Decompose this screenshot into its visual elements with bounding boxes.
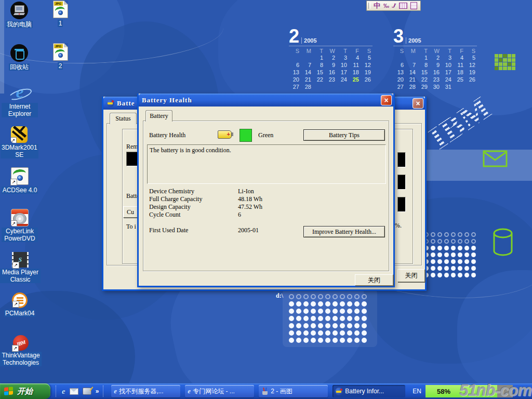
task-ie-server-not-found[interactable]: e 找不到服务器,... — [111, 385, 180, 397]
ime-symbol-icon[interactable]: ‰ — [383, 3, 389, 9]
desktop-icon-recycle-bin[interactable]: 回收站 — [3, 44, 36, 71]
51nb-watermark: 51nb-com — [460, 381, 531, 399]
dot — [311, 330, 316, 336]
desktop-icon-acdsee[interactable]: ↗ ACDSee 4.0 — [1, 167, 39, 194]
dot — [318, 309, 323, 314]
dot — [444, 273, 449, 277]
calendar-day: 2 — [429, 54, 441, 61]
desktop-icon-powerdvd[interactable]: ↗ CyberLink PowerDVD — [2, 209, 38, 243]
desktop-file-jpg-1[interactable]: JPG 1 — [48, 1, 73, 28]
chevron-icon[interactable]: » — [96, 388, 99, 395]
battery-tips-button[interactable]: Battery Tips — [303, 129, 385, 141]
calendar-day: 11 — [453, 61, 465, 69]
close-icon[interactable]: × — [413, 98, 423, 109]
start-button[interactable]: 开始 — [0, 383, 50, 399]
task-paint[interactable]: 2 - 画图 — [259, 385, 328, 397]
dot — [318, 330, 323, 336]
calendar-day: 23 — [325, 76, 337, 83]
calendar-day: 9 — [325, 61, 337, 69]
battery-window-icon — [107, 99, 114, 107]
show-desktop-icon[interactable] — [83, 388, 91, 395]
desktop-icon-thinkvantage[interactable]: IBM↗ ThinkVantage Technologies — [0, 335, 42, 367]
calendar-day: 13 — [393, 69, 405, 76]
toolbar-handle[interactable] — [103, 385, 105, 397]
envelope-icon — [482, 150, 508, 168]
improve-battery-health-button[interactable]: Improve Battery Health... — [303, 226, 385, 237]
ime-menu-icon[interactable] — [410, 2, 417, 9]
taskbar: 开始 e » e 找不到服务器,... e 专门网论坛 - ... 2 - 画图… — [0, 383, 532, 399]
dot — [296, 301, 301, 307]
desktop-icon-pcmark04[interactable]: ↗ PCMark04 — [2, 292, 38, 317]
task-battery-information[interactable]: Battery Infor... — [332, 385, 405, 397]
dot — [318, 338, 323, 343]
condition-text: The battery is in good condition. — [150, 147, 231, 154]
calendar-day: 13 — [289, 69, 301, 76]
close-icon[interactable]: × — [381, 95, 392, 105]
battery-icon: + — [218, 130, 232, 139]
calendar-day — [289, 54, 301, 61]
soft-keyboard-icon[interactable] — [399, 3, 407, 9]
desktop-icon-media-player-classic[interactable]: s↗ Media Player Classic — [0, 252, 41, 284]
ie-quicklaunch-icon[interactable]: e — [62, 387, 65, 395]
calendar-day: 9 — [429, 61, 441, 69]
drag-handle-icon[interactable] — [368, 3, 370, 9]
task-label: 专门网论坛 - ... — [193, 387, 235, 396]
dot — [340, 338, 345, 343]
calendar-day: 20 — [289, 76, 301, 83]
calendar-day: 21 — [405, 76, 417, 83]
health-status-swatch — [240, 129, 252, 142]
calendar-day: 29 — [417, 83, 429, 90]
current-button[interactable]: Cu — [123, 206, 138, 218]
grid-cell — [508, 62, 511, 66]
dot — [464, 273, 469, 277]
close-button[interactable]: 关闭 — [397, 269, 425, 282]
dialog-titlebar[interactable]: Battery Health × — [139, 94, 393, 107]
calendar-day: 16 — [429, 69, 441, 76]
dot — [332, 301, 338, 307]
mail-quicklaunch-icon[interactable] — [70, 388, 78, 395]
desktop-icon-3dmark2001[interactable]: ↗ 3DMark2001 SE — [1, 126, 38, 159]
calendar-day: 7 — [405, 61, 417, 69]
pcmark-icon: ↗ — [12, 292, 28, 308]
dot — [296, 294, 301, 299]
calendar-day: 1 — [313, 54, 325, 61]
tab-battery[interactable]: Battery — [145, 110, 172, 122]
dot — [362, 338, 367, 343]
calendar-day: 16 — [325, 69, 337, 76]
dot — [451, 273, 456, 277]
desktop-file-jpg-2[interactable]: JPG 2 — [48, 43, 73, 70]
desktop-icon-internet-explorer[interactable]: e Internet Explorer — [2, 83, 38, 118]
battery-health-dialog[interactable]: Battery Health × Battery Battery Health … — [137, 94, 395, 287]
language-bar[interactable]: 中 ‰ J — [366, 1, 421, 11]
dot — [437, 273, 442, 277]
calendar-weekday: M — [301, 46, 313, 55]
icon-label: Media Player Classic — [0, 269, 41, 283]
dot — [325, 309, 330, 314]
chinese-ime-icon[interactable]: 中 — [374, 2, 380, 10]
grid-cell — [499, 62, 502, 66]
grid-cell — [508, 54, 511, 58]
dot — [354, 330, 360, 336]
calendar-day — [465, 83, 477, 90]
internet-explorer-icon: e — [10, 83, 30, 102]
task-label: 2 - 画图 — [271, 387, 292, 396]
toolbar-handle[interactable] — [56, 385, 58, 397]
calendar-weekday: S — [289, 46, 301, 55]
dot — [362, 301, 367, 307]
calendar-day — [313, 83, 325, 90]
calendar-day — [325, 83, 337, 90]
dot — [362, 316, 367, 321]
close-button[interactable]: 关闭 — [355, 274, 393, 286]
calendar-day: 7 — [301, 61, 313, 69]
tab-status[interactable]: Status — [110, 113, 137, 124]
desktop-icon-my-computer[interactable]: 我的电脑 — [3, 2, 36, 29]
media-player-classic-icon: s↗ — [12, 252, 29, 268]
pen-tool-icon[interactable]: J — [391, 1, 396, 10]
battery-icon — [335, 388, 343, 395]
language-indicator[interactable]: EN — [413, 388, 421, 395]
calendar-day: 14 — [405, 69, 417, 76]
dialog-title: Battery Health — [142, 96, 381, 104]
task-ie-forum[interactable]: e 专门网论坛 - ... — [185, 385, 254, 397]
calendar-day: 22 — [313, 76, 325, 83]
calendar-day: 10 — [441, 61, 453, 69]
